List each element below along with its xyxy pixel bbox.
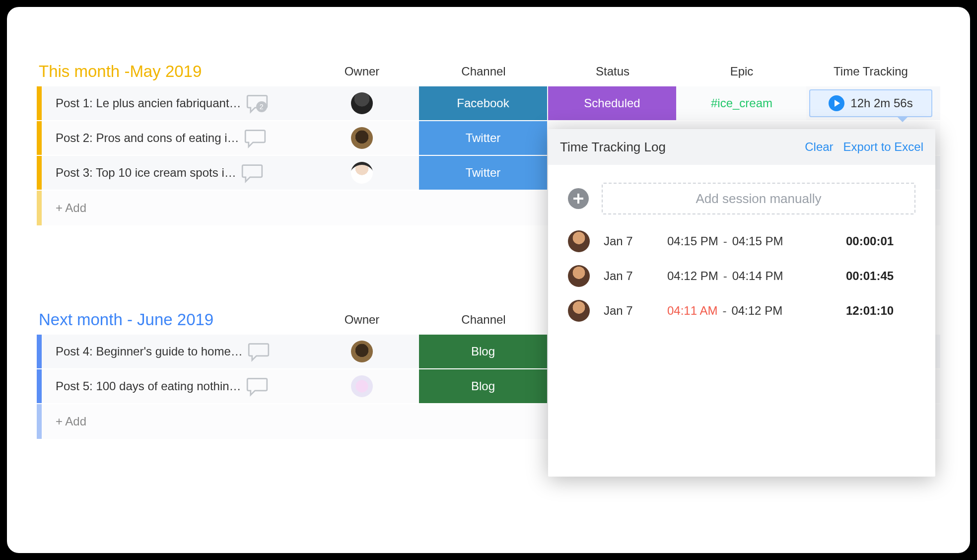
- time-tracking-chip[interactable]: 12h 2m 56s: [809, 89, 932, 117]
- dash-icon: -: [723, 269, 727, 283]
- session-list: Jan 7 04:15 PM - 04:15 PM 00:00:01 Jan 7…: [568, 230, 915, 322]
- comment-count: 2: [256, 101, 267, 112]
- session-start: 04:12 PM: [667, 269, 718, 283]
- col-owner: Owner: [305, 313, 419, 327]
- avatar[interactable]: [351, 341, 373, 362]
- add-item-label: + Add: [56, 415, 86, 428]
- clear-button[interactable]: Clear: [805, 140, 833, 154]
- item-title: Post 3: Top 10 ice cream spots i…: [56, 166, 236, 180]
- session-start: 04:15 PM: [667, 234, 718, 248]
- col-status: Status: [548, 65, 677, 78]
- channel-pill[interactable]: Blog: [419, 369, 547, 403]
- add-session-label: Add session manually: [696, 191, 822, 207]
- col-channel: Channel: [419, 313, 548, 327]
- item-title: Post 2: Pros and cons of eating i…: [56, 131, 239, 145]
- session-duration: 12:01:10: [846, 304, 915, 318]
- time-tracking-popover: Time Tracking Log Clear Export to Excel …: [548, 129, 935, 477]
- group-title[interactable]: This month -May 2019: [37, 62, 305, 81]
- session-row[interactable]: Jan 7 04:15 PM - 04:15 PM 00:00:01: [568, 230, 915, 252]
- channel-pill[interactable]: Facebook: [419, 86, 547, 120]
- session-duration: 00:01:45: [846, 269, 915, 283]
- col-time-tracking: Time Tracking: [806, 65, 935, 78]
- session-end: 04:15 PM: [732, 234, 783, 248]
- popover-title: Time Tracking Log: [560, 140, 795, 155]
- comment-icon[interactable]: [241, 162, 263, 184]
- avatar: [568, 230, 590, 252]
- item-title: Post 5: 100 days of eating nothin…: [56, 379, 241, 393]
- session-end: 04:12 PM: [731, 304, 782, 318]
- channel-pill[interactable]: Twitter: [419, 156, 547, 190]
- col-channel: Channel: [419, 65, 548, 78]
- session-start: 04:11 AM: [667, 304, 717, 318]
- session-date: Jan 7: [604, 304, 658, 318]
- channel-pill[interactable]: Blog: [419, 335, 547, 368]
- epic-tag[interactable]: #ice_cream: [677, 86, 806, 120]
- group-title[interactable]: Next month - June 2019: [37, 310, 305, 329]
- add-item-label: + Add: [56, 201, 86, 215]
- avatar: [568, 300, 590, 322]
- dash-icon: -: [722, 304, 726, 318]
- session-date: Jan 7: [604, 269, 658, 283]
- item-title: Post 1: Le plus ancien fabriquant…: [56, 96, 241, 110]
- avatar[interactable]: [351, 162, 373, 184]
- add-session-plus-icon[interactable]: [568, 188, 589, 209]
- export-excel-button[interactable]: Export to Excel: [843, 140, 923, 154]
- session-row[interactable]: Jan 7 04:12 PM - 04:14 PM 00:01:45: [568, 265, 915, 287]
- table-row[interactable]: Post 1: Le plus ancien fabriquant… 2 Fac…: [37, 86, 940, 121]
- session-duration: 00:00:01: [846, 234, 915, 248]
- avatar[interactable]: [351, 375, 373, 397]
- comment-icon[interactable]: [248, 341, 270, 362]
- avatar[interactable]: [351, 127, 373, 149]
- board-window: This month -May 2019 Owner Channel Statu…: [7, 7, 970, 553]
- add-session-button[interactable]: Add session manually: [602, 183, 915, 214]
- time-tracking-value: 12h 2m 56s: [850, 96, 912, 110]
- play-icon[interactable]: [829, 95, 844, 111]
- session-date: Jan 7: [604, 234, 658, 248]
- avatar: [568, 265, 590, 287]
- item-title: Post 4: Beginner's guide to home…: [56, 345, 243, 358]
- avatar[interactable]: [351, 92, 373, 114]
- session-end: 04:14 PM: [732, 269, 783, 283]
- comment-icon[interactable]: [244, 127, 266, 149]
- comment-icon[interactable]: 2: [246, 92, 268, 114]
- channel-pill[interactable]: Twitter: [419, 121, 547, 155]
- comment-icon[interactable]: [246, 375, 268, 397]
- dash-icon: -: [723, 234, 727, 248]
- col-epic: Epic: [677, 65, 806, 78]
- col-owner: Owner: [305, 65, 419, 78]
- status-pill[interactable]: Scheduled: [548, 86, 676, 120]
- session-row[interactable]: Jan 7 04:11 AM - 04:12 PM 12:01:10: [568, 300, 915, 322]
